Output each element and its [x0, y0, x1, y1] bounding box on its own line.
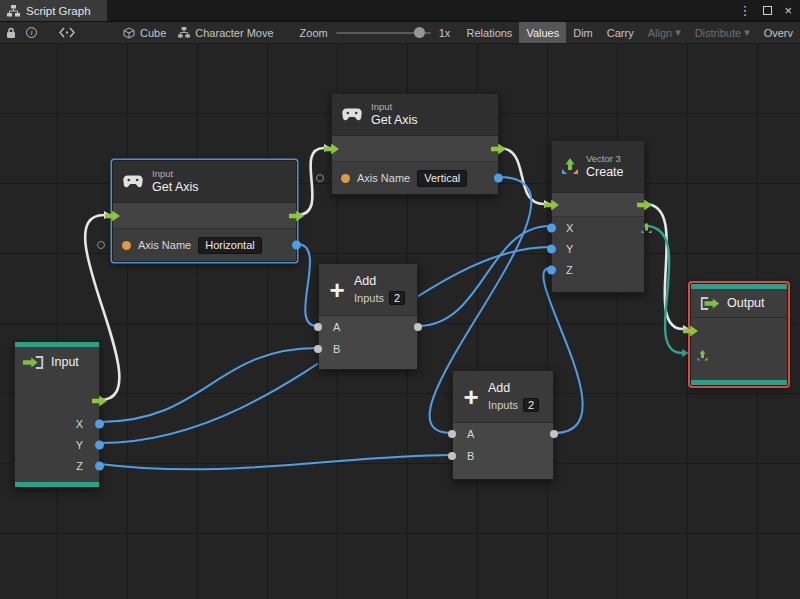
carry-button[interactable]: Carry — [600, 22, 641, 43]
port-row-b: B — [319, 338, 417, 360]
flow-output-port[interactable] — [92, 396, 107, 407]
add-icon: + — [327, 277, 347, 303]
port-x-output[interactable] — [95, 419, 104, 428]
code-brackets-icon[interactable] — [59, 22, 75, 43]
node-title: Input — [51, 355, 79, 370]
port-y-input[interactable] — [547, 244, 556, 253]
node-get-axis-horizontal[interactable]: Input Get Axis Axis Name Horizontal — [112, 160, 297, 262]
zoom-slider[interactable] — [336, 32, 431, 34]
node-header: + Add Inputs 2 — [453, 371, 553, 423]
node-graph-output[interactable]: Output — [690, 283, 788, 386]
node-get-axis-vertical[interactable]: Input Get Axis Axis Name Vertical — [331, 93, 499, 195]
axis-name-row: Axis Name Vertical — [332, 162, 498, 194]
port-z-input[interactable] — [547, 265, 556, 274]
tab-script-graph[interactable]: Script Graph — [0, 0, 107, 21]
flow-output-port[interactable] — [637, 199, 652, 210]
relations-button[interactable]: Relations — [460, 22, 520, 43]
node-add-top[interactable]: + Add Inputs 2 A B — [318, 263, 418, 370]
result-output-port[interactable] — [550, 430, 558, 438]
port-z-label: Z — [566, 264, 573, 276]
flow-input-port[interactable] — [544, 199, 559, 210]
port-x-input[interactable] — [547, 223, 556, 232]
port-x-label: X — [566, 222, 573, 234]
close-icon[interactable]: × — [784, 3, 792, 18]
node-body: A B — [453, 423, 553, 479]
node-vector3-create[interactable]: Vector 3 Create X Y Z — [551, 140, 645, 293]
gamepad-icon — [122, 175, 144, 188]
axis-name-row: Axis Name Horizontal — [113, 229, 296, 261]
flow-ports-row — [332, 136, 498, 162]
zoom-label: Zoom — [300, 27, 328, 39]
flow-output-port[interactable] — [491, 143, 506, 154]
vector-result-output-port[interactable] — [641, 222, 652, 233]
port-a-label: A — [467, 428, 474, 440]
node-header: Output — [691, 289, 787, 317]
port-b-input[interactable] — [314, 345, 322, 353]
breadcrumb-cube[interactable]: Cube — [123, 27, 166, 39]
menu-icon[interactable]: ⋮ — [738, 3, 751, 18]
axis-value-output-port[interactable] — [494, 174, 503, 183]
port-row-z: Z — [552, 259, 644, 280]
port-row-a: A — [319, 316, 417, 338]
flow-ports-row — [15, 389, 99, 413]
node-title: Create — [586, 165, 624, 180]
flow-input-port[interactable] — [324, 143, 339, 154]
flow-input-port[interactable] — [683, 326, 698, 337]
axis-name-label: Axis Name — [138, 239, 191, 251]
port-b-input[interactable] — [448, 452, 456, 460]
port-row-z: Z — [15, 455, 99, 476]
axis-value-output-port[interactable] — [292, 241, 301, 250]
node-graph-input[interactable]: Input X Y Z — [14, 341, 100, 488]
dim-button[interactable]: Dim — [566, 22, 600, 43]
node-category: Input — [371, 101, 418, 113]
toolbar-toggle-group: Relations Values Dim Carry Align ▾ Distr… — [460, 22, 800, 43]
cube-icon — [123, 27, 135, 39]
vector-input-row — [691, 344, 787, 366]
window-tab-bar: Script Graph ⋮ × — [0, 0, 800, 21]
inputs-label: Inputs — [354, 292, 384, 304]
port-z-output[interactable] — [95, 461, 104, 470]
maximize-icon[interactable] — [763, 6, 772, 15]
flow-input-port[interactable] — [105, 210, 120, 221]
breadcrumb-character-move[interactable]: Character Move — [178, 27, 273, 39]
axis-name-field[interactable]: Vertical — [417, 170, 467, 187]
axis-name-input-port[interactable] — [341, 174, 350, 183]
node-title: Output — [727, 296, 765, 311]
node-header: Input Get Axis — [332, 94, 498, 136]
io-accent-strip — [691, 380, 787, 385]
values-button[interactable]: Values — [519, 22, 566, 43]
flow-output-port[interactable] — [289, 210, 304, 221]
script-graph-icon — [7, 5, 20, 17]
result-output-port[interactable] — [414, 323, 422, 331]
align-button[interactable]: Align ▾ — [641, 22, 688, 43]
port-y-label: Y — [566, 243, 573, 255]
add-icon: + — [461, 384, 481, 410]
inputs-count-field[interactable]: 2 — [389, 291, 405, 305]
node-header: + Add Inputs 2 — [319, 264, 417, 316]
port-row-a: A — [453, 423, 553, 445]
overview-button[interactable]: Overv — [757, 22, 800, 43]
port-row-x: X — [552, 217, 644, 238]
node-header: Input — [15, 347, 99, 377]
info-icon[interactable]: i — [26, 27, 37, 38]
axis-name-field[interactable]: Horizontal — [198, 237, 262, 254]
default-value-indicator — [316, 174, 324, 182]
default-value-indicator — [97, 241, 105, 249]
port-z-label: Z — [76, 460, 83, 472]
port-row-b: B — [453, 445, 553, 467]
port-y-output[interactable] — [95, 440, 104, 449]
lock-icon[interactable] — [6, 22, 16, 43]
character-move-icon — [178, 27, 190, 38]
zoom-slider-handle[interactable] — [414, 27, 425, 38]
port-a-input[interactable] — [448, 430, 456, 438]
vector3-icon — [560, 157, 580, 177]
node-body: A B — [319, 316, 417, 369]
node-add-bottom[interactable]: + Add Inputs 2 A B — [452, 370, 554, 480]
breadcrumb-cube-label: Cube — [140, 27, 166, 39]
breadcrumb-character-move-label: Character Move — [195, 27, 273, 39]
vector-input-port[interactable] — [697, 350, 708, 361]
inputs-count-field[interactable]: 2 — [523, 398, 539, 412]
port-a-input[interactable] — [314, 323, 322, 331]
axis-name-input-port[interactable] — [122, 241, 131, 250]
distribute-button[interactable]: Distribute ▾ — [688, 22, 757, 43]
